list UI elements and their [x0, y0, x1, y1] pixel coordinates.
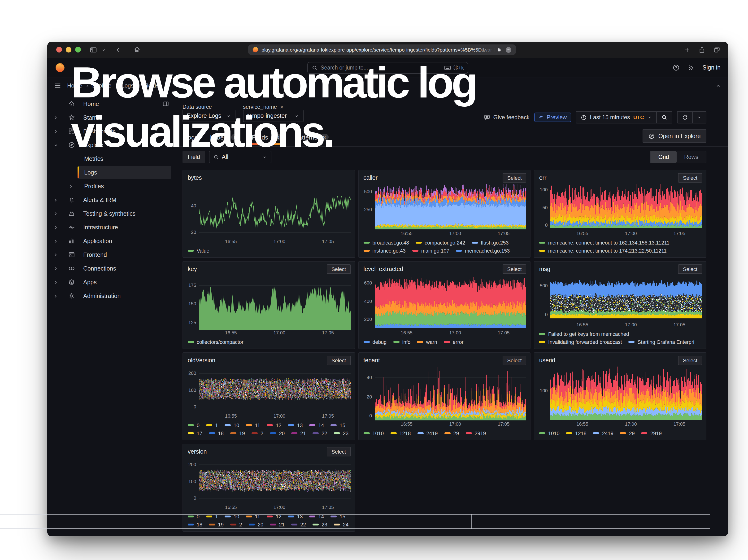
tab-overview-icon[interactable] [713, 46, 721, 53]
open-in-explore-button[interactable]: Open in Explore [643, 129, 706, 143]
select-button[interactable]: Select [502, 264, 527, 274]
legend-item[interactable]: 15 [331, 422, 345, 428]
view-toggle-rows[interactable]: Rows [677, 151, 706, 163]
legend-item[interactable]: 13 [288, 422, 303, 428]
signin-link[interactable]: Sign in [703, 64, 721, 71]
legend-item[interactable]: 12 [267, 422, 282, 428]
minimize-window-button[interactable] [66, 47, 71, 52]
new-tab-icon[interactable] [684, 46, 691, 53]
legend-item[interactable]: 2419 [417, 430, 438, 436]
legend-item[interactable]: 19 [230, 430, 245, 436]
legend-item[interactable]: 24 [334, 521, 348, 527]
chevron-right-icon[interactable] [53, 252, 60, 258]
legend-item[interactable]: 2419 [593, 430, 613, 436]
sidebar-item-frontend[interactable]: Frontend [47, 248, 175, 261]
legend-item[interactable]: instance.go:43 [364, 248, 405, 253]
legend-item[interactable]: 22 [291, 521, 306, 527]
grafana-logo[interactable] [55, 63, 65, 73]
sidebar-item-testing-synthetics[interactable]: Testing & synthetics [47, 207, 175, 220]
sidebar-toggle-icon[interactable] [89, 46, 97, 54]
legend-item[interactable]: 2919 [466, 430, 486, 436]
sidebar-item-infrastructure[interactable]: Infrastructure [47, 220, 175, 234]
legend-item[interactable]: Starting Grafana Enterpri [629, 339, 694, 345]
legend-item[interactable]: flush.go:253 [472, 239, 509, 245]
refresh-button[interactable] [678, 112, 692, 123]
legend-item[interactable]: collectors/compactor [188, 339, 243, 345]
legend-item[interactable]: 29 [444, 430, 459, 436]
menu-hamburger-icon[interactable] [54, 82, 62, 89]
legend-item[interactable]: 23 [334, 430, 348, 436]
preview-badge[interactable]: Preview [534, 113, 571, 122]
chevron-right-icon[interactable] [68, 183, 75, 189]
legend-item[interactable]: 14 [309, 422, 324, 428]
legend-item[interactable]: info [393, 339, 411, 345]
legend-item[interactable]: 2919 [641, 430, 662, 436]
chevron-right-icon[interactable] [53, 225, 60, 230]
share-icon[interactable] [698, 46, 705, 53]
legend-item[interactable]: main.go:107 [412, 248, 449, 253]
legend-item[interactable]: 2 [230, 521, 242, 527]
legend-item[interactable]: warn [417, 339, 437, 345]
legend-item[interactable]: 0 [188, 422, 200, 428]
select-button[interactable]: Select [502, 173, 527, 182]
legend-item[interactable]: memcached.go:153 [456, 248, 510, 253]
legend-item[interactable]: memcache: connect timeout to 162.134.158… [539, 239, 670, 245]
legend-item[interactable]: 19 [209, 521, 224, 527]
select-button[interactable]: Select [327, 355, 351, 365]
chevron-right-icon[interactable] [53, 265, 60, 271]
give-feedback-button[interactable]: Give feedback [484, 114, 530, 121]
help-icon[interactable] [672, 64, 680, 71]
select-button[interactable]: Select [678, 264, 702, 274]
legend-item[interactable]: compactor.go:242 [416, 239, 465, 245]
close-window-button[interactable] [56, 47, 62, 52]
back-icon[interactable] [115, 46, 122, 53]
chevron-right-icon[interactable] [53, 293, 60, 299]
url-bar[interactable]: play.grafana.org/a/grafana-lokiexplore-a… [248, 44, 516, 55]
legend-item[interactable]: 17 [188, 430, 202, 436]
legend-item[interactable]: 21 [270, 521, 285, 527]
legend-item[interactable]: 2 [252, 430, 263, 436]
chevron-right-icon[interactable] [53, 115, 60, 120]
legend-item[interactable]: 18 [209, 430, 224, 436]
select-button[interactable]: Select [502, 355, 527, 365]
select-button[interactable]: Select [327, 447, 351, 456]
legend-item[interactable]: 1010 [539, 430, 560, 436]
legend-item[interactable]: 29 [620, 430, 635, 436]
zoom-out-button[interactable] [656, 112, 672, 123]
home-chrome-icon[interactable] [133, 46, 141, 53]
legend-item[interactable]: 11 [246, 422, 260, 428]
legend-item[interactable]: memcache: connect timeout to 174.213.22.… [539, 248, 667, 253]
chevron-right-icon[interactable] [53, 211, 60, 216]
chevron-right-icon[interactable] [53, 238, 60, 244]
legend-item[interactable]: 23 [312, 521, 327, 527]
legend-item[interactable]: broadcast.go:48 [364, 239, 409, 245]
legend-item[interactable]: 20 [270, 430, 285, 436]
legend-item[interactable]: 22 [312, 430, 327, 436]
sidebar-item-application[interactable]: Application [47, 234, 175, 248]
sidebar-item-logs[interactable]: Logs [47, 166, 175, 179]
chevron-right-icon[interactable] [53, 129, 60, 134]
news-rss-icon[interactable] [687, 64, 695, 71]
chevron-down-icon[interactable] [53, 142, 60, 148]
collapse-chevron-up-icon[interactable] [716, 83, 722, 89]
legend-item[interactable]: Invalidating forwarded broadcast [539, 339, 622, 345]
time-range-picker[interactable]: Last 15 minutes UTC [576, 112, 656, 123]
legend-item[interactable]: 1218 [566, 430, 587, 436]
url-more-icon[interactable] [505, 46, 512, 53]
sidebar-item-profiles[interactable]: Profiles [47, 179, 175, 193]
legend-item[interactable]: error [444, 339, 464, 345]
legend-item[interactable]: 21 [291, 430, 306, 436]
legend-item[interactable]: Failed to get keys from memcached [539, 331, 629, 336]
legend-item[interactable]: 10 [225, 422, 239, 428]
select-button[interactable]: Select [327, 264, 351, 274]
legend-item[interactable]: 1 [206, 422, 218, 428]
refresh-interval-dropdown[interactable] [692, 112, 706, 123]
sidebar-item-alerts-irm[interactable]: Alerts & IRM [47, 193, 175, 207]
sidebar-item-administration[interactable]: Administration [47, 289, 175, 303]
sidebar-item-apps[interactable]: Apps [47, 275, 175, 289]
select-button[interactable]: Select [678, 173, 702, 182]
legend-item[interactable]: 18 [188, 521, 202, 527]
zoom-window-button[interactable] [75, 47, 81, 52]
chevron-right-icon[interactable] [53, 197, 60, 203]
legend-item[interactable]: 1218 [390, 430, 411, 436]
